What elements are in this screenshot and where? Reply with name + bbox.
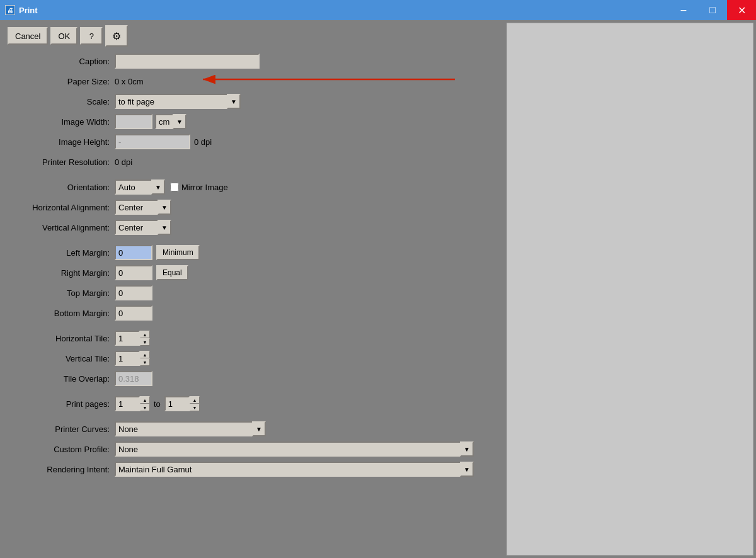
- rendering-intent-label: Rendering Intent:: [8, 465, 115, 474]
- print-pages-from-up[interactable]: ▲: [140, 396, 150, 404]
- left-margin-input[interactable]: [115, 245, 152, 260]
- orientation-label: Orientation:: [8, 183, 115, 192]
- print-pages-from-input[interactable]: [115, 396, 140, 411]
- print-pages-from-down[interactable]: ▼: [140, 404, 150, 411]
- window-controls: – □ ✕: [669, 0, 756, 20]
- h-tile-spinner: ▲ ▼: [115, 331, 150, 346]
- print-pages-to-up[interactable]: ▲: [190, 396, 200, 404]
- top-margin-label: Top Margin:: [8, 288, 115, 298]
- mirror-image-label[interactable]: Mirror Image: [170, 183, 228, 192]
- image-height-label: Image Height:: [8, 137, 115, 147]
- paper-size-value: 0 x 0cm: [115, 77, 144, 86]
- image-width-label: Image Width:: [8, 117, 115, 127]
- close-button[interactable]: ✕: [727, 0, 756, 20]
- v-tile-spinner: ▲ ▼: [115, 351, 150, 366]
- top-margin-input[interactable]: [115, 285, 152, 300]
- scale-label: Scale:: [8, 97, 115, 106]
- orientation-row: Orientation: Auto Portrait Landscape ▼ M…: [8, 179, 496, 195]
- rendering-intent-row: Rendering Intent: Maintain Full Gamut Pe…: [8, 461, 496, 477]
- left-margin-row: Left Margin: Minimum: [8, 244, 496, 261]
- help-button[interactable]: ?: [80, 27, 103, 45]
- form-panel: Cancel OK ? ⚙ Caption: Paper Size: 0 x 0…: [0, 20, 504, 558]
- scale-select[interactable]: to fit page 100% 50% 200% Custom: [115, 94, 241, 109]
- window-title: Print: [19, 6, 38, 15]
- v-tile-row: Vertical Tile: ▲ ▼: [8, 350, 496, 367]
- v-tile-down-button[interactable]: ▼: [140, 358, 150, 366]
- v-align-row: Vertical Alignment: Center Top Bottom ▼: [8, 219, 496, 236]
- minimize-button[interactable]: –: [669, 0, 698, 20]
- printer-curves-wrapper: None ▼: [115, 421, 266, 436]
- bottom-margin-input[interactable]: [115, 305, 152, 321]
- print-pages-to-spinner: ▲ ▼: [164, 396, 200, 411]
- paper-size-row: Paper Size: 0 x 0cm: [8, 73, 496, 89]
- printer-resolution-label: Printer Resolution:: [8, 157, 115, 167]
- top-margin-row: Top Margin:: [8, 285, 496, 301]
- custom-profile-select[interactable]: None: [115, 441, 474, 457]
- bottom-margin-label: Bottom Margin:: [8, 309, 115, 318]
- custom-profile-label: Custom Profile:: [8, 445, 115, 454]
- tile-overlap-input[interactable]: [115, 371, 152, 386]
- v-align-label: Vertical Alignment:: [8, 223, 115, 232]
- image-width-input[interactable]: [115, 114, 152, 129]
- right-margin-input[interactable]: [115, 265, 152, 280]
- rendering-intent-wrapper: Maintain Full Gamut Perceptual Saturatio…: [115, 462, 474, 477]
- cancel-button[interactable]: Cancel: [8, 27, 48, 45]
- print-pages-to-down[interactable]: ▼: [190, 404, 200, 411]
- h-align-label: Horizontal Alignment:: [8, 203, 115, 212]
- printer-curves-label: Printer Curves:: [8, 424, 115, 434]
- rendering-intent-select[interactable]: Maintain Full Gamut Perceptual Saturatio…: [115, 462, 474, 477]
- caption-row: Caption:: [8, 53, 496, 69]
- print-pages-from-buttons: ▲ ▼: [140, 396, 150, 411]
- tile-overlap-label: Tile Overlap:: [8, 374, 115, 384]
- right-margin-label: Right Margin:: [8, 268, 115, 278]
- mirror-image-checkbox[interactable]: [170, 183, 179, 191]
- h-align-select-wrapper: Center Left Right ▼: [115, 200, 171, 215]
- main-layout: Cancel OK ? ⚙ Caption: Paper Size: 0 x 0…: [0, 20, 756, 558]
- v-tile-up-button[interactable]: ▲: [140, 351, 150, 358]
- toolbar: Cancel OK ? ⚙: [8, 25, 496, 47]
- app-icon: 🖨: [5, 5, 15, 15]
- caption-input[interactable]: [115, 54, 260, 69]
- print-pages-row: Print pages: ▲ ▼ to ▲ ▼: [8, 396, 496, 412]
- v-tile-input[interactable]: [115, 351, 140, 366]
- title-bar: 🖨 Print – □ ✕: [0, 0, 756, 20]
- annotation-arrow: [152, 73, 467, 86]
- h-tile-label: Horizontal Tile:: [8, 334, 115, 343]
- image-height-input[interactable]: [115, 134, 190, 149]
- print-pages-to-buttons: ▲ ▼: [190, 396, 200, 411]
- h-tile-spinner-buttons: ▲ ▼: [140, 331, 150, 346]
- v-tile-label: Vertical Tile:: [8, 354, 115, 363]
- custom-profile-wrapper: None ▼: [115, 441, 474, 457]
- settings-button[interactable]: ⚙: [105, 25, 128, 47]
- right-margin-row: Right Margin: Equal: [8, 265, 496, 281]
- h-tile-row: Horizontal Tile: ▲ ▼: [8, 330, 496, 346]
- equal-button[interactable]: Equal: [156, 265, 188, 280]
- v-align-select[interactable]: Center Top Bottom: [115, 220, 171, 235]
- ok-button[interactable]: OK: [50, 27, 77, 45]
- custom-profile-row: Custom Profile: None ▼: [8, 441, 496, 457]
- image-width-unit-select[interactable]: cm mm in: [155, 114, 186, 129]
- printer-curves-row: Printer Curves: None ▼: [8, 421, 496, 437]
- preview-panel: [507, 23, 753, 555]
- h-tile-down-button[interactable]: ▼: [140, 338, 150, 346]
- maximize-button[interactable]: □: [698, 0, 727, 20]
- h-tile-up-button[interactable]: ▲: [140, 331, 150, 338]
- printer-curves-select[interactable]: None: [115, 421, 266, 436]
- left-margin-label: Left Margin:: [8, 248, 115, 258]
- print-pages-to-label: to: [154, 399, 161, 409]
- image-height-dpi: 0 dpi: [194, 137, 212, 147]
- image-width-row: Image Width: cm mm in ▼: [8, 113, 496, 130]
- h-align-row: Horizontal Alignment: Center Left Right …: [8, 199, 496, 215]
- printer-resolution-value: 0 dpi: [115, 157, 132, 167]
- h-tile-input[interactable]: [115, 331, 140, 346]
- bottom-margin-row: Bottom Margin:: [8, 305, 496, 321]
- orientation-select[interactable]: Auto Portrait Landscape: [115, 179, 165, 195]
- paper-size-container: 0 x 0cm: [115, 77, 149, 86]
- image-height-row: Image Height: 0 dpi: [8, 134, 496, 150]
- minimum-button[interactable]: Minimum: [156, 245, 200, 260]
- h-align-select[interactable]: Center Left Right: [115, 200, 171, 215]
- print-pages-to-input[interactable]: [164, 396, 190, 411]
- v-tile-spinner-buttons: ▲ ▼: [140, 351, 150, 366]
- printer-resolution-row: Printer Resolution: 0 dpi: [8, 154, 496, 170]
- orientation-select-wrapper: Auto Portrait Landscape ▼: [115, 179, 165, 195]
